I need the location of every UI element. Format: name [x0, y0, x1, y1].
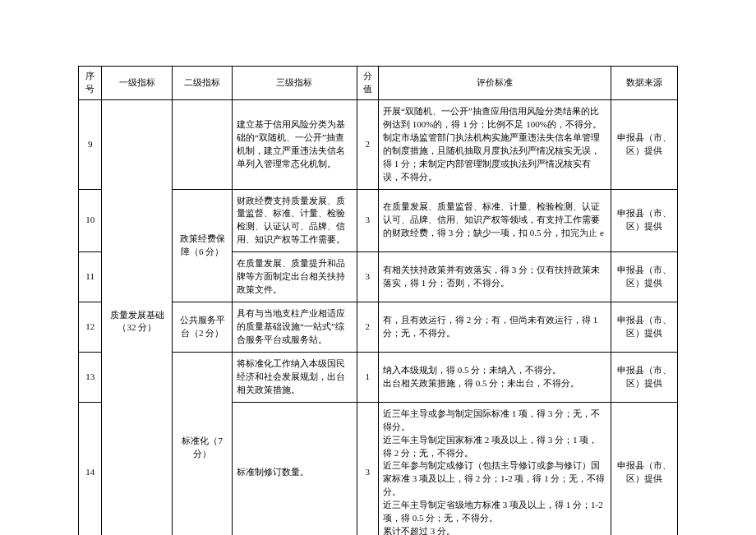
cell-level3: 标准制修订数量。: [233, 402, 357, 535]
cell-standard: 近三年主导或参与制定国际标准 1 项，得 3 分；无，不得分。近三年主导制定国家…: [378, 402, 611, 535]
cell-level3: 具有与当地支柱产业相适应的质量基础设施“一站式”综合服务平台或服务站。: [233, 302, 357, 353]
cell-seq: 11: [79, 252, 102, 302]
cell-source: 申报县（市、区）提供: [611, 302, 678, 353]
cell-score: 1: [357, 352, 378, 402]
header-level1: 一级指标: [102, 67, 173, 100]
cell-score: 2: [357, 99, 378, 189]
cell-source: 申报县（市、区）提供: [611, 99, 678, 189]
cell-standard: 开展“双随机、一公开”抽查应用信用风险分类结果的比例达到 100%的，得 1 分…: [378, 99, 611, 189]
cell-level3: 在质量发展、质量提升和品牌等方面制定出台相关扶持政策文件。: [233, 252, 357, 302]
cell-seq: 13: [79, 352, 102, 402]
cell-score: 2: [357, 302, 378, 353]
cell-level1: 质量发展基础（32 分）: [102, 99, 173, 535]
cell-level2-platform: 公共服务平台（2 分）: [173, 302, 233, 353]
cell-source: 申报县（市、区）提供: [611, 352, 678, 402]
cell-level3: 建立基于信用风险分类为基础的“双随机、一公开”抽查机制，建立严重违法失信名单列入…: [233, 99, 357, 189]
cell-level3: 将标准化工作纳入本级国民经济和社会发展规划，出台相关政策措施。: [233, 352, 357, 402]
header-level3: 三级指标: [233, 67, 357, 100]
cell-standard: 纳入本级规划，得 0.5 分；未纳入，不得分。出台相关政策措施，得 0.5 分；…: [378, 352, 611, 402]
table-header-row: 序号 一级指标 二级指标 三级指标 分值 评价标准 数据来源: [79, 67, 678, 100]
cell-source: 申报县（市、区）提供: [611, 189, 678, 252]
cell-seq: 14: [79, 402, 102, 535]
cell-source: 申报县（市、区）提供: [611, 252, 678, 302]
cell-level2-policy: 政策经费保障（6 分）: [173, 189, 233, 302]
cell-standard: 有相关扶持政策并有效落实，得 3 分；仅有扶持政策未落实，得 1 分；否则，不得…: [378, 252, 611, 302]
cell-seq: 9: [79, 99, 102, 189]
cell-score: 3: [357, 189, 378, 252]
indicator-table: 序号 一级指标 二级指标 三级指标 分值 评价标准 数据来源 9 质量发展基础（…: [78, 66, 678, 535]
cell-standard: 在质量发展、质量监督、标准、计量、检验检测、认证认可、品牌、信用、知识产权等领域…: [378, 189, 611, 252]
header-level2: 二级指标: [173, 67, 233, 100]
cell-standard: 有，且有效运行，得 2 分；有，但尚未有效运行，得 1 分；无，不得分。: [378, 302, 611, 353]
cell-seq: 12: [79, 302, 102, 353]
cell-score: 3: [357, 402, 378, 535]
table-row: 9 质量发展基础（32 分） 建立基于信用风险分类为基础的“双随机、一公开”抽查…: [79, 99, 678, 189]
header-seq: 序号: [79, 67, 102, 100]
cell-score: 3: [357, 252, 378, 302]
cell-source: 申报县（市、区）提供: [611, 402, 678, 535]
cell-level3: 财政经费支持质量发展、质量监督、标准、计量、检验检测、认证认可、品牌、信用、知识…: [233, 189, 357, 252]
cell-level2-standardization: 标准化（7 分）: [173, 352, 233, 535]
cell-seq: 10: [79, 189, 102, 252]
cell-level2-empty: [173, 99, 233, 189]
header-score: 分值: [357, 67, 378, 100]
header-source: 数据来源: [611, 67, 678, 100]
header-standard: 评价标准: [378, 67, 611, 100]
